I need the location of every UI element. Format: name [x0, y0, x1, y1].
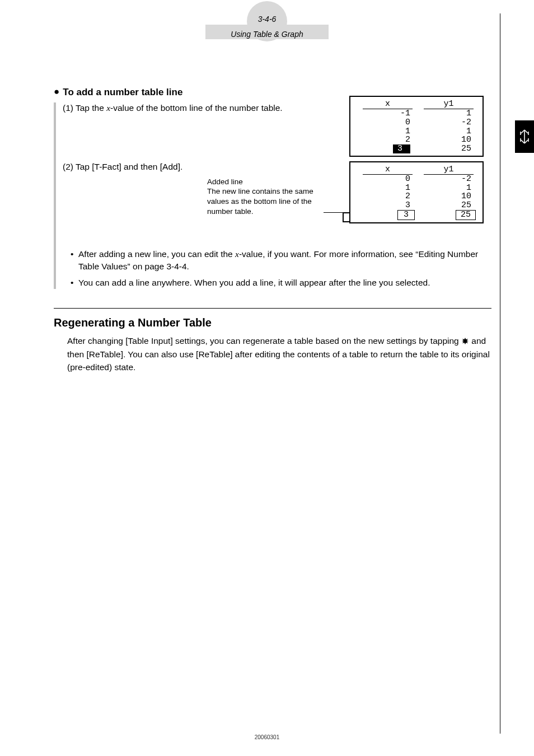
- t2-r4-y: 25: [418, 210, 479, 220]
- notes-block: • After adding a new line, you can edit …: [63, 248, 491, 289]
- t1-r2-y: 1: [418, 127, 479, 136]
- header-badge: 3-4-6 Using Table & Graph: [205, 11, 329, 39]
- svg-line-2: [524, 130, 528, 133]
- svg-line-1: [521, 130, 524, 133]
- section2-heading: Regenerating a Number Table: [54, 316, 491, 329]
- t2-r2-y: 10: [418, 192, 479, 201]
- t2-r3-x: 3: [357, 201, 418, 210]
- maple-icon: [461, 336, 469, 348]
- note-1: • After adding a new line, you can edit …: [71, 248, 491, 272]
- t2-r3-y: 25: [418, 201, 479, 210]
- step-1-text: (1) Tap the x-value of the bottom line o…: [63, 102, 283, 114]
- t2-r0-x: 0: [357, 175, 418, 184]
- header-bar: Using Table & Graph: [205, 25, 329, 39]
- added-line-caption: Added line The new line contains the sam…: [207, 177, 325, 216]
- section-divider: [54, 308, 491, 309]
- section-heading-text: To add a number table line: [63, 87, 182, 97]
- t2-hx: x: [357, 165, 418, 174]
- number-table-2: xy1 0-2 11 210 325 325: [349, 161, 484, 223]
- t2-r4-x: 3: [357, 210, 418, 220]
- section2-body: After changing [Table Input] settings, y…: [67, 335, 491, 374]
- bullet-icon: ●: [54, 86, 59, 97]
- t2-hy: y1: [418, 165, 479, 174]
- number-table-1: xy1 -11 0-2 11 210 325: [349, 96, 484, 157]
- bullet-icon: •: [71, 277, 78, 289]
- t1-r4-y: 25: [418, 144, 479, 153]
- content-column: ●To add a number table line (1) Tap the …: [54, 84, 491, 374]
- t1-r0-y: 1: [418, 109, 479, 118]
- footer-id: 20060301: [0, 734, 534, 740]
- step-2: (2) Tap [T-Fact] and then [Add]. Added l…: [63, 161, 491, 173]
- note-2: • You can add a line anywhere. When you …: [71, 277, 491, 289]
- procedure-box: (1) Tap the x-value of the bottom line o…: [54, 102, 491, 289]
- caption-l1: Added line: [207, 177, 325, 187]
- t2-r0-y: -2: [418, 175, 479, 184]
- side-tab-icon: [515, 120, 534, 153]
- caption-l2: The new line contains the same values as…: [207, 186, 325, 216]
- note1-a: After adding a new line, you can edit th…: [78, 249, 235, 259]
- t1-hx: x: [357, 99, 418, 109]
- t2-r1-x: 1: [357, 184, 418, 193]
- note1-var: x: [235, 249, 239, 259]
- t2-r1-y: 1: [418, 184, 479, 193]
- t1-r1-y: -2: [418, 118, 479, 127]
- table-scroll-tab: [343, 212, 349, 222]
- svg-line-3: [521, 140, 524, 143]
- step1-prefix: (1) Tap the: [63, 103, 106, 113]
- header-pagenum: 3-4-6: [205, 15, 329, 24]
- svg-line-4: [524, 140, 528, 143]
- note2-text: You can add a line anywhere. When you ad…: [78, 277, 430, 289]
- t2-r2-x: 2: [357, 192, 418, 201]
- header-title: Using Table & Graph: [205, 25, 329, 45]
- t1-r3-x: 2: [357, 136, 418, 144]
- page-header: 3-4-6 Using Table & Graph: [0, 11, 534, 39]
- t1-hy: y1: [418, 99, 479, 109]
- step1-var: x: [106, 103, 110, 113]
- s2-body-a: After changing [Table Input] settings, y…: [67, 336, 461, 346]
- step-2-text: (2) Tap [T-Fact] and then [Add].: [63, 161, 182, 173]
- t1-r2-x: 1: [357, 127, 418, 136]
- step1-suffix: -value of the bottom line of the number …: [110, 103, 283, 113]
- bullet-icon: •: [71, 248, 78, 272]
- page-margin-rule: [500, 13, 500, 734]
- t1-r1-x: 0: [357, 118, 418, 127]
- t1-r0-x: -1: [357, 109, 418, 118]
- t1-r4-x: 3: [357, 144, 418, 153]
- step-1: (1) Tap the x-value of the bottom line o…: [63, 102, 491, 114]
- t1-r3-y: 10: [418, 136, 479, 144]
